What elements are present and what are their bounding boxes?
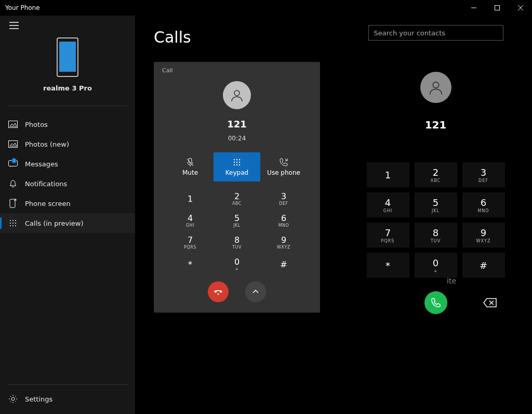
- bell-icon: [8, 179, 18, 188]
- svg-rect-0: [495, 6, 499, 10]
- page-title: Calls: [154, 28, 343, 46]
- collapse-button[interactable]: [245, 281, 266, 302]
- dial-key-6[interactable]: 6MNO: [462, 192, 505, 217]
- sidebar-item-calls[interactable]: Calls (in preview): [0, 213, 135, 233]
- dial-key-0[interactable]: 0+: [415, 253, 457, 278]
- sidebar-item-label: Photos (new): [25, 140, 69, 148]
- key-digit: #: [280, 260, 287, 269]
- keypad-key-5[interactable]: 5JKL: [214, 210, 260, 231]
- svg-point-7: [15, 220, 16, 221]
- maximize-button[interactable]: [485, 0, 509, 16]
- svg-point-5: [10, 220, 11, 221]
- key-letters: ABC: [431, 178, 441, 183]
- use-phone-button[interactable]: Use phone: [260, 152, 307, 182]
- key-letters: DEF: [279, 201, 288, 206]
- sidebar-item-notifications[interactable]: Notifications: [0, 174, 135, 193]
- hangup-button[interactable]: [208, 281, 229, 302]
- keypad-key-0[interactable]: 0+: [214, 253, 260, 275]
- key-digit: 9: [481, 227, 486, 238]
- settings-button[interactable]: Settings: [0, 388, 135, 414]
- dial-key-8[interactable]: 8TUV: [415, 223, 457, 248]
- sidebar-item-photos-new[interactable]: Photos (new): [0, 134, 135, 154]
- window-title: Your Phone: [5, 4, 40, 11]
- keypad-key-*[interactable]: *: [167, 253, 214, 275]
- keypad-key-1[interactable]: 1: [167, 188, 214, 210]
- key-letters: MNO: [278, 223, 289, 228]
- key-digit: 5: [433, 197, 438, 208]
- keypad-key-8[interactable]: 8TUV: [214, 231, 260, 253]
- key-letters: +: [434, 269, 438, 274]
- sidebar: realme 3 Pro Photos Photos (new) 1: [0, 16, 135, 414]
- close-button[interactable]: [509, 0, 532, 16]
- sidebar-item-label: Messages: [25, 160, 58, 168]
- use-phone-icon: [279, 158, 288, 167]
- key-digit: 1: [385, 170, 391, 180]
- keypad-key-6[interactable]: 6MNO: [260, 210, 307, 231]
- key-letters: +: [235, 267, 238, 271]
- content-area: Calls Call 121 00:24 Mute: [135, 16, 532, 414]
- svg-point-17: [234, 159, 235, 160]
- dial-key-1[interactable]: 1: [367, 162, 409, 187]
- keypad-key-2[interactable]: 2ABC: [214, 188, 260, 210]
- key-digit: 7: [385, 227, 391, 238]
- key-digit: 0: [234, 257, 240, 267]
- sidebar-item-label: Phone screen: [25, 200, 71, 208]
- sidebar-item-messages[interactable]: 1 Messages: [0, 154, 135, 174]
- dial-key-3[interactable]: 3DEF: [462, 162, 505, 187]
- key-letters: DEF: [478, 178, 488, 183]
- key-digit: *: [385, 260, 390, 271]
- key-digit: 0: [433, 257, 438, 268]
- gear-icon: [8, 394, 18, 404]
- active-call-card: Call 121 00:24 Mute: [154, 62, 320, 313]
- keypad-button[interactable]: Keypad: [214, 152, 260, 182]
- svg-point-24: [236, 164, 237, 165]
- hamburger-button[interactable]: [0, 16, 135, 35]
- keypad-key-7[interactable]: 7PQRS: [167, 231, 214, 253]
- key-digit: 1: [188, 194, 193, 204]
- dialer-panel: 121 12ABC3DEF4GHI5JKL6MNO7PQRS8TUV9WXYZ*…: [348, 16, 532, 414]
- keypad-key-#[interactable]: #: [260, 253, 307, 275]
- svg-point-10: [15, 223, 16, 224]
- call-button[interactable]: [424, 291, 447, 314]
- dial-key-5[interactable]: 5JKL: [415, 192, 457, 217]
- mute-label: Mute: [182, 169, 198, 176]
- svg-point-15: [234, 90, 240, 96]
- in-call-keypad: 12ABC3DEF4GHI5JKL6MNO7PQRS8TUV9WXYZ*0+#: [162, 188, 312, 275]
- dial-key-7[interactable]: 7PQRS: [367, 223, 409, 248]
- svg-point-8: [10, 223, 11, 224]
- key-letters: PQRS: [381, 239, 395, 243]
- key-digit: 6: [481, 197, 486, 208]
- keypad-key-3[interactable]: 3DEF: [260, 188, 307, 210]
- key-digit: 2: [433, 167, 438, 178]
- sidebar-item-label: Notifications: [25, 180, 67, 188]
- svg-point-11: [10, 225, 11, 226]
- mute-button[interactable]: Mute: [167, 152, 214, 182]
- dial-key-4[interactable]: 4GHI: [367, 192, 409, 217]
- sidebar-item-photos[interactable]: Photos: [0, 114, 135, 134]
- svg-point-20: [234, 162, 235, 163]
- search-contacts-input[interactable]: [368, 25, 503, 41]
- svg-point-19: [239, 159, 240, 160]
- dial-key-*[interactable]: *: [367, 253, 409, 278]
- key-letters: JKL: [432, 209, 440, 213]
- key-letters: GHI: [186, 223, 194, 228]
- unread-badge: 1: [11, 158, 17, 163]
- dial-key-2[interactable]: 2ABC: [415, 162, 457, 187]
- sidebar-item-phone-screen[interactable]: Phone screen: [0, 193, 135, 213]
- key-letters: ABC: [232, 201, 242, 206]
- dial-key-#[interactable]: #: [462, 253, 505, 278]
- svg-point-23: [234, 164, 235, 165]
- keypad-icon: [233, 158, 241, 167]
- key-digit: 8: [433, 227, 438, 238]
- key-letters: WXYZ: [476, 239, 491, 243]
- dial-key-9[interactable]: 9WXYZ: [462, 223, 505, 248]
- keypad-key-4[interactable]: 4GHI: [167, 210, 214, 231]
- settings-label: Settings: [25, 395, 52, 403]
- call-card-header: Call: [162, 67, 312, 74]
- divider: [7, 384, 128, 385]
- dialpad-icon: [8, 218, 18, 228]
- minimize-button[interactable]: [462, 0, 485, 16]
- dialpad-tip-fragment: ite: [447, 277, 456, 285]
- keypad-key-9[interactable]: 9WXYZ: [260, 231, 307, 253]
- backspace-button[interactable]: [483, 298, 497, 307]
